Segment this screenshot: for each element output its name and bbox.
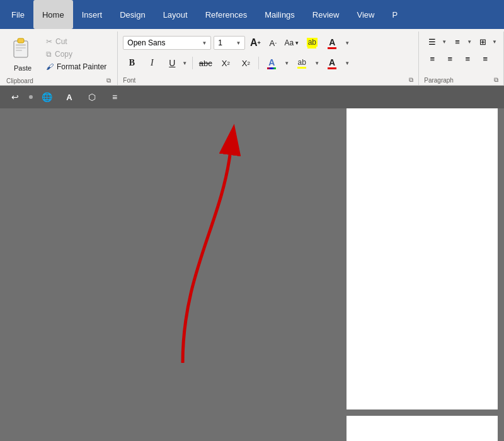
clipboard-dialog-icon[interactable]: ⧉: [106, 77, 111, 84]
menu-more[interactable]: P: [383, 0, 406, 29]
underline-dropdown[interactable]: ▼: [181, 60, 188, 66]
font-color-dropdown2[interactable]: ▼: [343, 60, 351, 66]
font-group-bottom: Font ⧉: [123, 75, 413, 85]
highlight-icon: ab: [307, 38, 318, 47]
font-name-value: Open Sans: [127, 38, 165, 47]
paragraph-row1: ☰ ▼ ≡ ▼ ⊞ ▼: [424, 34, 498, 49]
toolbar-lines[interactable]: ≡: [106, 88, 123, 106]
font-size-select[interactable]: 1 ▼: [214, 36, 245, 50]
highlight-bar2: [297, 67, 306, 69]
text-effects-dropdown[interactable]: ▼: [283, 60, 290, 66]
menu-view[interactable]: View: [348, 0, 383, 29]
font-color-bar2: [328, 67, 336, 69]
font-case-button[interactable]: Aa▼: [283, 35, 301, 50]
highlight-color-bar: [307, 47, 316, 49]
toolbar-shape[interactable]: ⬡: [83, 88, 101, 106]
paragraph-dialog-icon[interactable]: ⧉: [494, 76, 498, 84]
cut-button[interactable]: ✂ Cut: [43, 35, 110, 48]
clipboard-group: Paste ✂ Cut ⧉ Copy 🖌 Format Painter Clip…: [0, 32, 118, 85]
highlight-dropdown[interactable]: ▼: [313, 60, 321, 66]
menu-insert[interactable]: Insert: [73, 0, 112, 29]
multilevel-list-button[interactable]: ⊞: [474, 34, 491, 49]
menu-home[interactable]: Home: [33, 0, 73, 29]
superscript-button[interactable]: X2: [237, 54, 255, 72]
font-size-value: 1: [218, 38, 222, 47]
font-highlight-button[interactable]: ab: [303, 34, 321, 52]
text-effects-bar: [267, 67, 276, 69]
toolbar-format-a[interactable]: A: [60, 88, 78, 106]
menu-layout[interactable]: Layout: [154, 0, 197, 29]
align-right-button[interactable]: ≡: [459, 51, 476, 66]
font-name-select[interactable]: Open Sans ▼: [123, 36, 211, 50]
menu-references[interactable]: References: [197, 0, 256, 29]
toolbar-undo[interactable]: ↩: [6, 88, 24, 106]
format-painter-button[interactable]: 🖌 Format Painter: [43, 60, 110, 73]
copy-button[interactable]: ⧉ Copy: [43, 48, 110, 60]
bullet-list-button[interactable]: ☰: [424, 34, 440, 49]
font-color-dropdown[interactable]: ▼: [343, 40, 351, 46]
separator-2: [258, 57, 259, 69]
paragraph-row2: ≡ ≡ ≡ ≡: [424, 51, 498, 66]
menu-review[interactable]: Review: [304, 0, 348, 29]
font-color-button2[interactable]: A: [323, 54, 341, 72]
paragraph-group: ☰ ▼ ≡ ▼ ⊞ ▼ ≡ ≡ ≡ ≡ Paragraph ⧉: [419, 32, 504, 85]
font-group: Open Sans ▼ 1 ▼ A+ A- Aa▼ ab A ▼ B: [118, 32, 419, 85]
highlight-color-button[interactable]: ab: [293, 54, 311, 72]
font-row2: B I U ▼ abc X2 X2 A ▼ ab ▼ A: [123, 54, 413, 72]
font-grow-button[interactable]: A+: [248, 35, 263, 50]
paste-label: Paste: [14, 64, 32, 72]
svg-rect-0: [14, 41, 28, 57]
italic-button[interactable]: I: [143, 54, 161, 72]
numbered-list-button[interactable]: ≡: [449, 34, 466, 49]
align-left-button[interactable]: ≡: [424, 51, 440, 66]
align-center-button[interactable]: ≡: [442, 51, 458, 66]
numbered-list-dropdown[interactable]: ▼: [466, 39, 473, 45]
paste-icon: [11, 36, 34, 63]
justify-button[interactable]: ≡: [477, 51, 493, 66]
font-color-a-icon: A: [329, 57, 335, 67]
paragraph-group-bottom: Paragraph ⧉: [424, 75, 498, 85]
cut-icon: ✂: [46, 37, 52, 46]
menu-file[interactable]: File: [3, 0, 33, 29]
menu-design[interactable]: Design: [111, 0, 154, 29]
paste-button[interactable]: Paste: [5, 32, 40, 76]
font-color-icon: A: [329, 37, 335, 47]
subscript-button[interactable]: X2: [217, 54, 234, 72]
font-group-label: Font: [123, 77, 135, 84]
svg-rect-2: [16, 44, 26, 46]
paragraph-label: Paragraph: [424, 77, 454, 84]
font-dialog-icon[interactable]: ⧉: [409, 76, 413, 84]
bold-button[interactable]: B: [123, 54, 140, 72]
toolbar-globe[interactable]: 🌐: [38, 88, 55, 106]
copy-icon: ⧉: [46, 50, 52, 59]
font-name-arrow: ▼: [202, 40, 207, 46]
cut-label: Cut: [55, 37, 67, 46]
text-effects-icon: A: [268, 57, 275, 67]
strikethrough-button[interactable]: abc: [197, 54, 214, 72]
font-color-bar: [328, 47, 336, 49]
clipboard-group-bottom: Clipboard ⧉: [5, 76, 112, 85]
text-effects-button[interactable]: A: [263, 54, 280, 72]
multilevel-list-dropdown[interactable]: ▼: [491, 39, 498, 45]
clipboard-actions: ✂ Cut ⧉ Copy 🖌 Format Painter: [40, 32, 112, 76]
underline-button[interactable]: U: [163, 54, 181, 72]
ribbon: Paste ✂ Cut ⧉ Copy 🖌 Format Painter Clip…: [0, 29, 504, 86]
separator-1: [192, 57, 193, 69]
font-row1: Open Sans ▼ 1 ▼ A+ A- Aa▼ ab A ▼: [123, 34, 413, 52]
menu-bar: File Home Insert Design Layout Reference…: [0, 0, 504, 29]
main-content: [0, 108, 504, 441]
underline-button-group: U ▼: [163, 54, 188, 72]
bullet-list-dropdown[interactable]: ▼: [440, 39, 448, 45]
secondary-toolbar: ↩ 🌐 A ⬡ ≡: [0, 86, 504, 108]
format-painter-icon: 🖌: [46, 62, 54, 71]
font-shrink-button[interactable]: A-: [265, 35, 280, 50]
font-size-arrow: ▼: [236, 40, 241, 46]
numbered-list-group: ≡ ▼: [449, 34, 473, 49]
menu-mailings[interactable]: Mailings: [256, 0, 304, 29]
document-page-main: [346, 108, 498, 410]
font-color-button[interactable]: A: [323, 34, 341, 52]
document-page-bottom: [346, 416, 498, 441]
svg-rect-1: [18, 38, 24, 43]
multilevel-list-group: ⊞ ▼: [474, 34, 498, 49]
bullet-list-group: ☰ ▼: [424, 34, 448, 49]
